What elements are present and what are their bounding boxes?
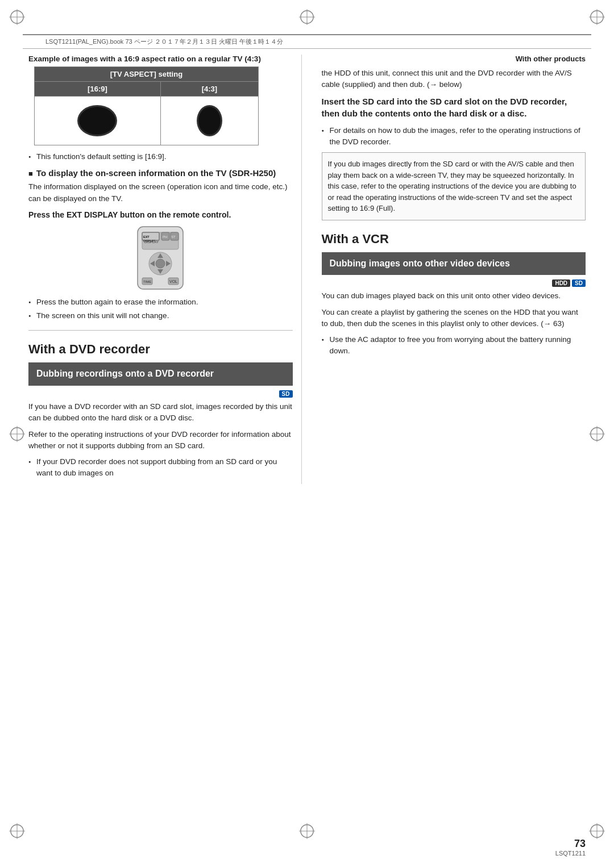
with-other-products-label: With other products <box>322 55 586 63</box>
vcr-bullet-1: Use the AC adaptor to free you from worr… <box>322 334 586 357</box>
press-bullet-1: Press the button again to erase the info… <box>28 297 293 308</box>
corner-mark-left-mid <box>9 425 26 443</box>
vcr-section-banner: Dubbing images onto other video devices <box>322 252 586 276</box>
dvd-intro-1: If you have a DVD recorder with an SD ca… <box>28 401 293 424</box>
content-area: Example of images with a 16:9 aspect rat… <box>28 55 586 484</box>
on-screen-heading: To display the on-screen information on … <box>28 168 293 178</box>
circle-narrow <box>197 105 222 136</box>
tv-aspect-table: [TV ASPECT] setting [16:9] [4:3] <box>34 66 259 145</box>
right-column: With other products the HDD of this unit… <box>319 55 586 484</box>
ratio-16-9-header: [16:9] <box>35 82 161 97</box>
aspect-example-heading: Example of images with a 16:9 aspect rat… <box>28 55 293 63</box>
svg-text:EXT: EXT <box>143 235 150 239</box>
ratio-4-3-header: [4:3] <box>160 82 258 97</box>
corner-mark-top-center <box>298 9 316 26</box>
press-heading: Press the EXT DISPLAY button on the remo… <box>28 210 293 219</box>
corner-mark-bottom-center <box>298 823 316 840</box>
dvd-bullet-1: If your DVD recorder does not support du… <box>28 456 293 479</box>
vcr-badge-row: HDD SD <box>322 279 586 287</box>
circle-narrow-cell <box>167 99 252 142</box>
default-setting-note: This function's default setting is [16:9… <box>28 151 293 162</box>
press-bullet-2: The screen on this unit will not change. <box>28 310 293 322</box>
corner-mark-bottom-left <box>9 823 26 840</box>
vcr-intro-2: You can create a playlist by gathering t… <box>322 307 586 330</box>
header-text: LSQT1211(PAL_ENG).book 73 ページ ２０１７年２月１３日… <box>45 37 283 46</box>
dvd-section-title: With a DVD recorder <box>28 342 293 357</box>
corner-mark-top-left <box>9 9 26 26</box>
press-bullets: Press the button again to erase the info… <box>28 297 293 322</box>
svg-text:PH: PH <box>163 235 167 239</box>
page-number: 73 <box>555 838 586 850</box>
corner-mark-top-right <box>588 9 605 26</box>
section-divider <box>28 330 293 331</box>
sd-card-main-heading: Insert the SD card into the SD card slot… <box>322 95 586 119</box>
dvd-bullets: If your DVD recorder does not support du… <box>28 456 293 479</box>
sd-card-right-text: the HDD of this unit, connect this unit … <box>322 68 586 91</box>
corner-mark-right-mid <box>588 425 605 443</box>
info-box: If you dub images directly from the SD c… <box>322 152 586 220</box>
dvd-badge-row: SD <box>28 390 293 398</box>
circle-wide <box>77 105 117 136</box>
page-number-area: 73 LSQT1211 <box>555 838 586 857</box>
vcr-intro-1: You can dub images played back on this u… <box>322 290 586 302</box>
dvd-section-banner: Dubbing recordings onto a DVD recorder <box>28 362 293 386</box>
page-code: LSQT1211 <box>555 850 586 857</box>
svg-point-33 <box>156 259 165 268</box>
sd-card-bullet-1: For details on how to dub the images, re… <box>322 125 586 148</box>
remote-control-image: EXT DISPLAY PH ST TIME VOL EXT DISPLAY <box>121 224 200 292</box>
svg-text:ST: ST <box>171 235 176 239</box>
vcr-bullets: Use the AC adaptor to free you from worr… <box>322 334 586 357</box>
svg-text:DISPLAY: DISPLAY <box>143 239 155 243</box>
vcr-section-title: With a VCR <box>322 232 586 247</box>
circle-wide-cell <box>40 99 155 142</box>
svg-text:TIME: TIME <box>143 280 151 283</box>
left-column: Example of images with a 16:9 aspect rat… <box>28 55 302 484</box>
sd-badge-vcr: SD <box>572 279 586 287</box>
dvd-intro-2: Refer to the operating instructions of y… <box>28 429 293 452</box>
sd-badge: SD <box>279 390 293 398</box>
hdd-badge: HDD <box>552 279 570 287</box>
ratio-16-9-image <box>35 97 161 145</box>
svg-text:VOL: VOL <box>169 279 177 283</box>
corner-mark-bottom-right <box>588 823 605 840</box>
page-header: LSQT1211(PAL_ENG).book 73 ページ ２０１７年２月１３日… <box>23 34 591 49</box>
sd-card-bullets: For details on how to dub the images, re… <box>322 125 586 148</box>
ratio-4-3-image <box>160 97 258 145</box>
on-screen-desc: The information displayed on the screen … <box>28 181 293 205</box>
aspect-notes: This function's default setting is [16:9… <box>28 151 293 162</box>
tv-aspect-setting-header: [TV ASPECT] setting <box>35 67 259 82</box>
